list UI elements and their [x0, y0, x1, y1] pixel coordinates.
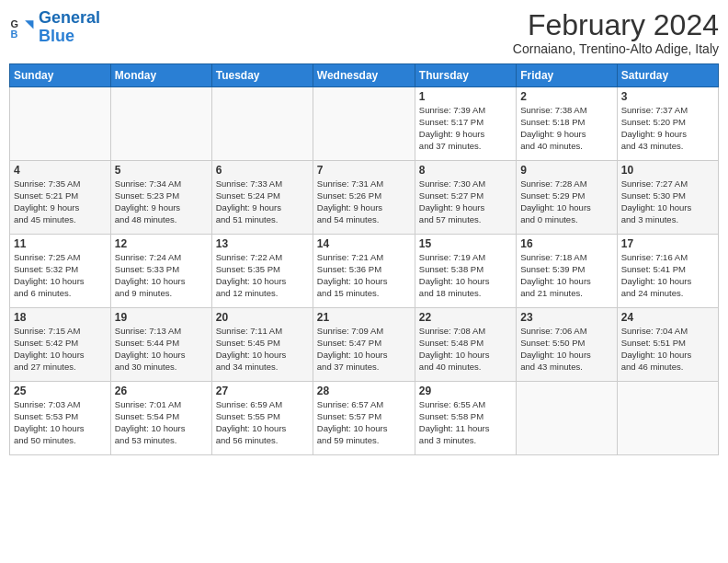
location-subtitle: Cornaiano, Trentino-Alto Adige, Italy — [513, 41, 719, 56]
day-number: 9 — [520, 164, 612, 177]
day-info: Sunrise: 7:25 AM Sunset: 5:32 PM Dayligh… — [14, 252, 107, 299]
calendar-week-row: 11Sunrise: 7:25 AM Sunset: 5:32 PM Dayli… — [10, 235, 719, 308]
day-info: Sunrise: 7:11 AM Sunset: 5:45 PM Dayligh… — [216, 326, 309, 373]
logo-line1: General — [39, 8, 100, 27]
day-number: 28 — [317, 385, 411, 397]
day-number: 18 — [14, 311, 107, 324]
svg-text:B: B — [11, 29, 18, 40]
day-header-sunday: Sunday — [10, 64, 111, 87]
day-number: 29 — [419, 385, 512, 397]
calendar-cell: 9Sunrise: 7:28 AM Sunset: 5:29 PM Daylig… — [517, 161, 617, 235]
day-info: Sunrise: 7:09 AM Sunset: 5:47 PM Dayligh… — [317, 326, 411, 373]
day-number: 3 — [621, 90, 714, 103]
day-number: 14 — [317, 237, 411, 250]
page-header: G B General Blue February 2024 Cornaiano… — [9, 9, 719, 56]
calendar-cell: 14Sunrise: 7:21 AM Sunset: 5:36 PM Dayli… — [313, 235, 415, 308]
day-header-saturday: Saturday — [617, 64, 718, 87]
day-number: 25 — [14, 385, 107, 397]
calendar-cell: 20Sunrise: 7:11 AM Sunset: 5:45 PM Dayli… — [211, 308, 313, 382]
logo: G B General Blue — [9, 9, 100, 46]
day-number: 17 — [621, 237, 714, 250]
calendar-week-row: 25Sunrise: 7:03 AM Sunset: 5:53 PM Dayli… — [10, 382, 719, 455]
day-number: 24 — [621, 311, 714, 324]
calendar-cell: 2Sunrise: 7:38 AM Sunset: 5:18 PM Daylig… — [517, 87, 617, 161]
day-info: Sunrise: 7:18 AM Sunset: 5:39 PM Dayligh… — [520, 252, 612, 299]
day-number: 15 — [419, 237, 512, 250]
calendar-cell: 19Sunrise: 7:13 AM Sunset: 5:44 PM Dayli… — [110, 308, 211, 382]
day-info: Sunrise: 7:28 AM Sunset: 5:29 PM Dayligh… — [520, 178, 612, 225]
day-info: Sunrise: 6:55 AM Sunset: 5:58 PM Dayligh… — [419, 399, 512, 446]
day-number: 8 — [419, 164, 512, 177]
day-number: 4 — [14, 164, 107, 177]
calendar-cell: 16Sunrise: 7:18 AM Sunset: 5:39 PM Dayli… — [517, 235, 617, 308]
day-header-friday: Friday — [517, 64, 617, 87]
calendar-cell — [10, 87, 111, 161]
day-info: Sunrise: 7:31 AM Sunset: 5:26 PM Dayligh… — [317, 178, 411, 225]
day-info: Sunrise: 7:35 AM Sunset: 5:21 PM Dayligh… — [14, 178, 107, 225]
day-info: Sunrise: 7:21 AM Sunset: 5:36 PM Dayligh… — [317, 252, 411, 299]
day-number: 1 — [419, 90, 512, 103]
day-number: 6 — [216, 164, 309, 177]
calendar-cell: 25Sunrise: 7:03 AM Sunset: 5:53 PM Dayli… — [10, 382, 111, 455]
day-info: Sunrise: 7:04 AM Sunset: 5:51 PM Dayligh… — [621, 326, 714, 373]
day-info: Sunrise: 7:34 AM Sunset: 5:23 PM Dayligh… — [115, 178, 208, 225]
calendar-week-row: 1Sunrise: 7:39 AM Sunset: 5:17 PM Daylig… — [10, 87, 719, 161]
title-block: February 2024 Cornaiano, Trentino-Alto A… — [513, 9, 719, 56]
day-number: 2 — [520, 90, 612, 103]
calendar-cell: 26Sunrise: 7:01 AM Sunset: 5:54 PM Dayli… — [110, 382, 211, 455]
day-info: Sunrise: 6:57 AM Sunset: 5:57 PM Dayligh… — [317, 399, 411, 446]
calendar-cell: 7Sunrise: 7:31 AM Sunset: 5:26 PM Daylig… — [313, 161, 415, 235]
calendar-cell — [313, 87, 415, 161]
day-info: Sunrise: 7:30 AM Sunset: 5:27 PM Dayligh… — [419, 178, 512, 225]
calendar-cell — [211, 87, 313, 161]
calendar-header-row: SundayMondayTuesdayWednesdayThursdayFrid… — [10, 64, 719, 87]
calendar-cell: 28Sunrise: 6:57 AM Sunset: 5:57 PM Dayli… — [313, 382, 415, 455]
day-info: Sunrise: 7:39 AM Sunset: 5:17 PM Dayligh… — [419, 105, 512, 152]
calendar-week-row: 18Sunrise: 7:15 AM Sunset: 5:42 PM Dayli… — [10, 308, 719, 382]
day-number: 16 — [520, 237, 612, 250]
day-info: Sunrise: 7:03 AM Sunset: 5:53 PM Dayligh… — [14, 399, 107, 446]
day-info: Sunrise: 7:38 AM Sunset: 5:18 PM Dayligh… — [520, 105, 612, 152]
logo-icon: G B — [9, 15, 35, 40]
day-number: 23 — [520, 311, 612, 324]
day-info: Sunrise: 7:06 AM Sunset: 5:50 PM Dayligh… — [520, 326, 612, 373]
day-number: 7 — [317, 164, 411, 177]
calendar-cell: 22Sunrise: 7:08 AM Sunset: 5:48 PM Dayli… — [415, 308, 516, 382]
day-info: Sunrise: 7:24 AM Sunset: 5:33 PM Dayligh… — [115, 252, 208, 299]
calendar-cell: 10Sunrise: 7:27 AM Sunset: 5:30 PM Dayli… — [617, 161, 718, 235]
calendar-cell: 5Sunrise: 7:34 AM Sunset: 5:23 PM Daylig… — [110, 161, 211, 235]
calendar-cell: 4Sunrise: 7:35 AM Sunset: 5:21 PM Daylig… — [10, 161, 111, 235]
day-number: 11 — [14, 237, 107, 250]
calendar-cell: 3Sunrise: 7:37 AM Sunset: 5:20 PM Daylig… — [617, 87, 718, 161]
day-info: Sunrise: 6:59 AM Sunset: 5:55 PM Dayligh… — [216, 399, 309, 446]
calendar-cell: 17Sunrise: 7:16 AM Sunset: 5:41 PM Dayli… — [617, 235, 718, 308]
calendar-cell: 8Sunrise: 7:30 AM Sunset: 5:27 PM Daylig… — [415, 161, 516, 235]
day-number: 26 — [115, 385, 208, 397]
calendar-cell: 13Sunrise: 7:22 AM Sunset: 5:35 PM Dayli… — [211, 235, 313, 308]
day-header-tuesday: Tuesday — [211, 64, 313, 87]
day-info: Sunrise: 7:01 AM Sunset: 5:54 PM Dayligh… — [115, 399, 208, 446]
day-header-wednesday: Wednesday — [313, 64, 415, 87]
day-header-monday: Monday — [110, 64, 211, 87]
calendar-cell: 18Sunrise: 7:15 AM Sunset: 5:42 PM Dayli… — [10, 308, 111, 382]
day-number: 20 — [216, 311, 309, 324]
logo-text: General Blue — [39, 9, 100, 46]
day-number: 13 — [216, 237, 309, 250]
calendar-cell: 23Sunrise: 7:06 AM Sunset: 5:50 PM Dayli… — [517, 308, 617, 382]
calendar-cell — [517, 382, 617, 455]
calendar-cell — [617, 382, 718, 455]
day-number: 27 — [216, 385, 309, 397]
calendar-cell: 15Sunrise: 7:19 AM Sunset: 5:38 PM Dayli… — [415, 235, 516, 308]
day-number: 21 — [317, 311, 411, 324]
calendar-cell: 27Sunrise: 6:59 AM Sunset: 5:55 PM Dayli… — [211, 382, 313, 455]
calendar-cell: 24Sunrise: 7:04 AM Sunset: 5:51 PM Dayli… — [617, 308, 718, 382]
calendar-week-row: 4Sunrise: 7:35 AM Sunset: 5:21 PM Daylig… — [10, 161, 719, 235]
day-info: Sunrise: 7:33 AM Sunset: 5:24 PM Dayligh… — [216, 178, 309, 225]
calendar-table: SundayMondayTuesdayWednesdayThursdayFrid… — [9, 63, 719, 455]
day-number: 5 — [115, 164, 208, 177]
calendar-cell: 11Sunrise: 7:25 AM Sunset: 5:32 PM Dayli… — [10, 235, 111, 308]
day-info: Sunrise: 7:13 AM Sunset: 5:44 PM Dayligh… — [115, 326, 208, 373]
day-info: Sunrise: 7:37 AM Sunset: 5:20 PM Dayligh… — [621, 105, 714, 152]
calendar-cell: 29Sunrise: 6:55 AM Sunset: 5:58 PM Dayli… — [415, 382, 516, 455]
svg-marker-2 — [25, 20, 33, 29]
